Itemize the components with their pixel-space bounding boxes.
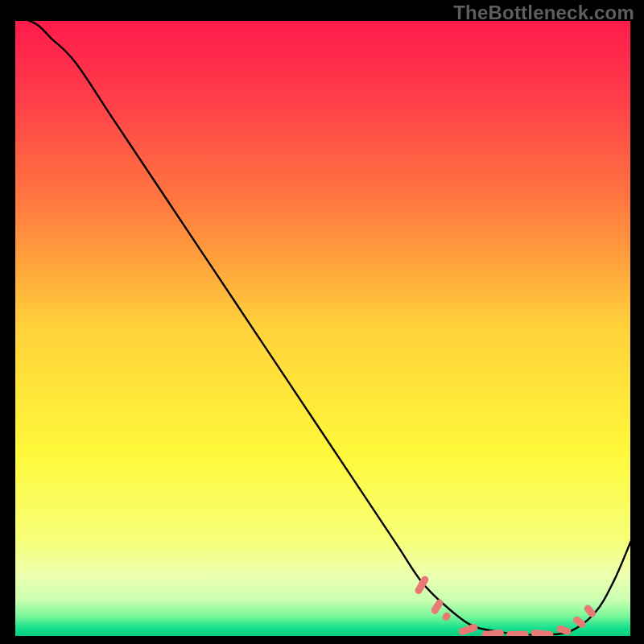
highlight-dash xyxy=(506,631,529,638)
gradient-background xyxy=(14,19,632,638)
watermark-text: TheBottleneck.com xyxy=(453,2,634,24)
plot-svg xyxy=(14,19,632,638)
chart-frame: TheBottleneck.com xyxy=(0,0,644,644)
plot-area xyxy=(14,19,632,638)
